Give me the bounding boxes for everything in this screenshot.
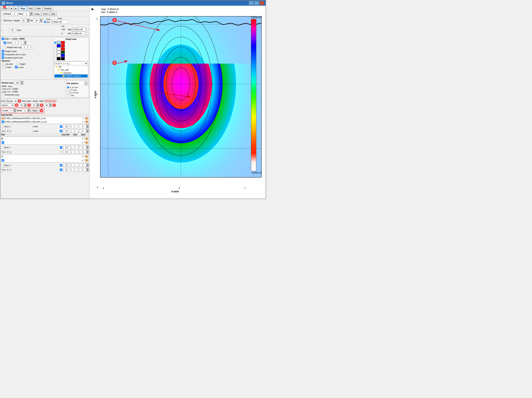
edit-button[interactable]: Edit <box>50 12 57 16</box>
tilt-down[interactable]: ▼ <box>40 20 43 22</box>
b-star-1[interactable]: * <box>84 137 85 140</box>
file-a-arrow[interactable]: > <box>82 117 83 120</box>
eng-radio[interactable] <box>44 18 46 20</box>
color-down[interactable]: ▼ <box>24 43 27 45</box>
height-axis-log-checkbox[interactable] <box>4 46 6 49</box>
fs-down[interactable]: ▼ <box>24 105 27 107</box>
replica-button[interactable]: Replica <box>43 6 53 10</box>
bx-down[interactable]: ▼ <box>86 147 89 149</box>
stop-button[interactable]: Stop <box>19 6 27 10</box>
hc1-color1[interactable] <box>57 41 61 44</box>
stream-input[interactable] <box>11 12 18 16</box>
rect-select-c[interactable]: Rect <box>1 168 10 172</box>
file-tree-ws[interactable]: 📁 Ws_soft <box>55 68 88 71</box>
hc2-color2[interactable] <box>61 44 65 47</box>
height-rev-checkbox[interactable] <box>17 63 19 65</box>
hc2-color1[interactable] <box>57 44 61 47</box>
drive-dropdown[interactable]: d: [ボリューム] <box>55 62 88 65</box>
width-input[interactable] <box>22 109 28 112</box>
hc4-radio[interactable] <box>54 51 57 54</box>
min-fix-checkbox[interactable] <box>86 32 88 35</box>
fpat4-radio[interactable] <box>67 94 69 96</box>
minimize-button[interactable]: ─ <box>249 1 253 5</box>
x-check-b[interactable] <box>60 146 62 149</box>
path-button[interactable]: Path <box>35 6 42 10</box>
hc5-color1[interactable] <box>57 54 61 57</box>
m-down[interactable]: ▼ <box>49 105 52 107</box>
bx-val3[interactable] <box>79 146 86 149</box>
font-type-select[interactable]: Regular <box>6 99 17 103</box>
tilt-input[interactable] <box>33 19 40 22</box>
bz-down[interactable]: ▼ <box>86 152 89 154</box>
xy-axis-checkbox[interactable] <box>2 63 5 65</box>
color-val1[interactable] <box>13 41 18 45</box>
color-val2[interactable] <box>19 41 24 45</box>
step-input[interactable] <box>23 12 30 16</box>
hc6-radio[interactable] <box>54 57 57 60</box>
font-name-select[interactable]: @Arial <box>1 103 14 107</box>
height-down[interactable]: ▼ <box>27 20 30 22</box>
font-size-input[interactable] <box>19 103 24 107</box>
restricted-checkbox[interactable] <box>2 93 4 96</box>
file-tree-samples[interactable]: 📁 Samples <box>55 71 88 75</box>
cx-down[interactable]: ▼ <box>86 165 89 167</box>
sum-input[interactable] <box>51 20 68 24</box>
z-val1-a[interactable] <box>63 129 70 133</box>
file-b-checkbox[interactable] <box>2 121 4 123</box>
next-button[interactable]: ► <box>14 6 18 10</box>
b-star-2[interactable]: * <box>84 141 85 144</box>
w-down[interactable]: ▼ <box>28 111 30 112</box>
sync-x-checkbox-b[interactable] <box>1 146 3 149</box>
cx-val1[interactable] <box>63 163 70 167</box>
hc4-color1[interactable] <box>57 51 61 54</box>
color-black-button[interactable]: Black <box>31 108 39 113</box>
w-up[interactable]: ▲ <box>28 109 30 111</box>
bz-val3[interactable] <box>79 150 86 154</box>
b-arrow-1[interactable]: > <box>82 137 83 140</box>
height-input[interactable] <box>20 19 27 22</box>
x-up-a[interactable]: ▲ <box>86 124 89 126</box>
max-fix-checkbox[interactable] <box>86 28 89 31</box>
file-b-star[interactable]: * <box>84 121 85 123</box>
hc1-color2[interactable] <box>61 41 65 44</box>
exit-button[interactable]: Exit <box>27 6 34 10</box>
hc6-color1[interactable] <box>57 57 61 60</box>
sync-x-checkbox-c[interactable] <box>1 164 3 167</box>
x-check-a[interactable] <box>60 125 62 128</box>
cx-val3[interactable] <box>79 163 86 167</box>
close-button[interactable]: ✕ <box>260 1 264 5</box>
refresh-button[interactable]: ↻ <box>84 81 88 86</box>
print-button[interactable]: Print <box>42 12 49 16</box>
x-down-a[interactable]: ▼ <box>86 126 89 128</box>
c-arrow-1[interactable]: > <box>82 155 83 158</box>
hc5-color2[interactable] <box>61 54 65 57</box>
bz-check[interactable] <box>60 151 62 153</box>
picture-size-input[interactable] <box>14 81 21 85</box>
tilt-up[interactable]: ▲ <box>40 19 43 20</box>
height-meter-checkbox[interactable] <box>2 50 4 52</box>
y-axis-checkbox[interactable] <box>15 66 18 68</box>
numb-input[interactable] <box>31 103 37 107</box>
n-up[interactable]: ▲ <box>37 103 39 105</box>
height-up[interactable]: ▲ <box>27 19 30 20</box>
color-up[interactable]: ▲ <box>24 41 27 43</box>
c-checkbox-2[interactable] <box>2 159 4 162</box>
cz-val1[interactable] <box>63 168 70 171</box>
jpn-radio[interactable] <box>44 21 46 23</box>
bx-val2[interactable] <box>71 146 78 149</box>
height-log-val[interactable] <box>22 45 27 49</box>
hc1-radio[interactable] <box>54 41 57 44</box>
play-button[interactable]: ▶ <box>92 7 94 11</box>
z-up-a[interactable]: ▲ <box>86 129 89 131</box>
bx-val1[interactable] <box>63 146 70 149</box>
line-checkbox[interactable] <box>2 37 4 40</box>
sync-x-checkbox-a[interactable] <box>1 125 3 128</box>
hc5-radio[interactable] <box>54 54 57 57</box>
stream-checkbox[interactable] <box>1 13 4 15</box>
cx-up[interactable]: ▲ <box>86 163 89 165</box>
fine-input[interactable] <box>9 28 16 32</box>
pic-up[interactable]: ▲ <box>21 81 23 83</box>
x-axis-checkbox[interactable] <box>2 66 5 68</box>
lv-up[interactable]: ▲ <box>13 109 16 111</box>
z-down-a[interactable]: ▼ <box>86 131 89 133</box>
